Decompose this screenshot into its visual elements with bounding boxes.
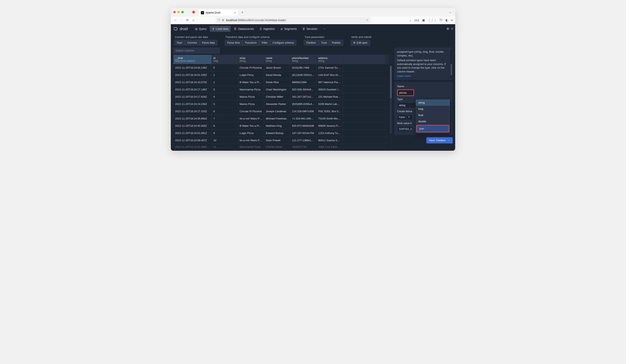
learn-more-link[interactable]: Learn more [397,75,450,78]
nav-services[interactable]: 🗄Services [300,26,320,32]
column-header[interactable]: idlong [212,55,238,64]
table-cell: 10 [212,137,238,144]
table-cell: 2022-11-20T16:24:10.073Z [173,79,212,86]
name-input[interactable] [397,89,414,96]
reload-button[interactable]: ⟳ [185,18,189,22]
type-option-long[interactable]: long [416,106,450,112]
step-start[interactable]: Start [174,40,185,46]
step-edit-spec[interactable]: ⚙Edit spec [351,40,370,46]
logo[interactable]: druid [173,27,188,31]
stack-icon: ≣ [280,27,283,31]
step-partition[interactable]: Partition [304,40,319,46]
type-option-double[interactable]: double [416,118,450,124]
type-option-json[interactable]: json [416,125,449,132]
table-cell: Edward Bishop [264,129,290,137]
table-cell: Sean Powell [264,137,290,144]
tab-favicon-icon: ⇒ [201,11,204,14]
close-tab-icon[interactable]: × [234,11,236,14]
column-header[interactable]: namestring [264,55,290,64]
step-configure-schema[interactable]: Configure schema [270,40,297,46]
new-tab-button[interactable]: ＋ [241,10,244,14]
pocket-icon[interactable]: ⌄ [409,18,412,22]
hamburger-icon[interactable]: ≡ [451,18,453,22]
step-transform[interactable]: Transform [242,40,259,46]
table-cell: (620)995-6356x403 [290,100,317,108]
lock-icon[interactable]: 🗎 [222,19,225,22]
step-parse-data[interactable]: Parse data [200,40,217,46]
table-cell: 5 [212,100,238,108]
url-field[interactable]: 🛡 🗎 localhost:8888/unified-console.html#… [216,17,371,23]
tab-title: Apache Druid [206,11,220,14]
nav-datasources[interactable]: 🗄Datasources [232,26,256,32]
nav-load-data[interactable]: ⬆Load data [210,26,231,32]
table-cell: Its-a me! Mario Pizza! [238,137,264,144]
table-cell: Luigis Pizza [238,129,264,137]
table-row: 2022-11-20T16:25:02.286Z11Mammamia Pizza… [173,144,392,148]
type-dropdown: string long float double json [416,99,450,133]
table-cell: Circular Pi Pizzeria [238,64,264,71]
type-option-string[interactable]: string [416,99,450,106]
step-tune[interactable]: Tune [319,40,330,46]
database-icon: 🗄 [234,27,236,31]
column-header[interactable]: addressstring [317,55,343,64]
table-cell: 825-972-6808x636 [290,122,317,129]
table-cell: 2022-11-20T16:24:17.829Z [173,93,212,100]
type-option-float[interactable]: float [416,112,450,118]
table-cell: Circular Pi Pizzeria [238,108,264,115]
reader-icon[interactable]: ▣ [422,18,425,22]
help-icon[interactable]: ? [451,27,453,31]
shield-icon[interactable]: 🛡 [218,19,220,22]
more-icon: ⋯ [323,27,326,31]
table-row: 2022-11-20T16:24:00.136Z0Circular Pi Piz… [173,64,392,71]
table-cell: 7 [212,115,238,122]
table-cell: 73149 Smith Mission E [317,115,343,122]
gantt-icon: ☰ [260,27,262,31]
forward-button: → [179,18,183,22]
gear-icon[interactable]: ⚙ [446,27,449,31]
tabs-dropdown-icon[interactable]: ⌄ [449,10,452,13]
library-icon[interactable]: ⫿⫿⫿ [414,18,419,22]
nav-ingestion[interactable]: ☰Ingestion [257,26,277,32]
table-header: __timelong (time column)idlongshopstring… [173,55,392,64]
step-parse-time[interactable]: Parse time [225,40,242,46]
search-input[interactable]: Search columns [173,48,220,53]
back-button[interactable]: ← [173,18,177,22]
column-header[interactable]: __timelong (time column) [173,55,212,64]
sliders-icon: ⚙ [353,41,355,44]
table-cell: Luigis Pizza [238,71,264,79]
table-cell: Mammamia Pizza [238,144,264,148]
next-button[interactable]: Next: Partition→ [426,137,453,143]
grid-icon[interactable]: ⋮⋮⋮ [428,18,437,22]
vertical-scrollbar[interactable] [390,66,392,134]
table-cell: 8 [212,122,238,129]
ublock-icon[interactable]: 🛡 [440,18,443,22]
table-cell: 151 Michael Rue Nanc [317,93,343,100]
column-header[interactable]: shopstring [238,55,264,64]
home-button[interactable]: ⌂ [191,18,196,22]
table-cell: 197-287-6314x704 [290,129,317,137]
extension-icon[interactable]: ◐ [445,18,448,22]
mvh-value[interactable]: SORTED_A [397,126,413,132]
table-row: 2022-11-20T16:24:27.320Z6Circular Pi Piz… [173,108,392,115]
table-row: 2022-11-20T16:24:45.005Z8Ill Make You a … [173,122,392,129]
wizard-steps: Connect and parse raw data Start Connect… [171,34,455,46]
table-cell: Ill Make You a Pizza Yo [238,122,264,129]
arrow-right-icon: → [447,139,450,142]
step-connect[interactable]: Connect [185,40,199,46]
close-window[interactable] [173,11,176,13]
nav-segments[interactable]: ≣Segments [278,26,299,32]
table-cell: 114.329.0987x308 [290,108,317,115]
column-header[interactable]: phoneNumberstring [290,55,317,64]
nav-query[interactable]: ▤Query [193,26,209,32]
table-cell: 987 Valencia Prairie Ea [317,79,343,86]
maximize-window[interactable] [181,11,184,13]
step-publish[interactable]: Publish [330,40,343,46]
bookmark-icon[interactable]: ☆ [366,18,369,22]
browser-tab[interactable]: ⇒ Apache Druid × [198,9,238,16]
minimize-window[interactable] [177,11,180,13]
bitmap-true[interactable]: T [407,114,413,120]
nav-more[interactable]: ⋯ [321,26,328,32]
step-filter[interactable]: Filter [259,40,270,46]
panel-scrollbar[interactable] [451,49,452,78]
bitmap-false[interactable]: False [397,114,407,120]
